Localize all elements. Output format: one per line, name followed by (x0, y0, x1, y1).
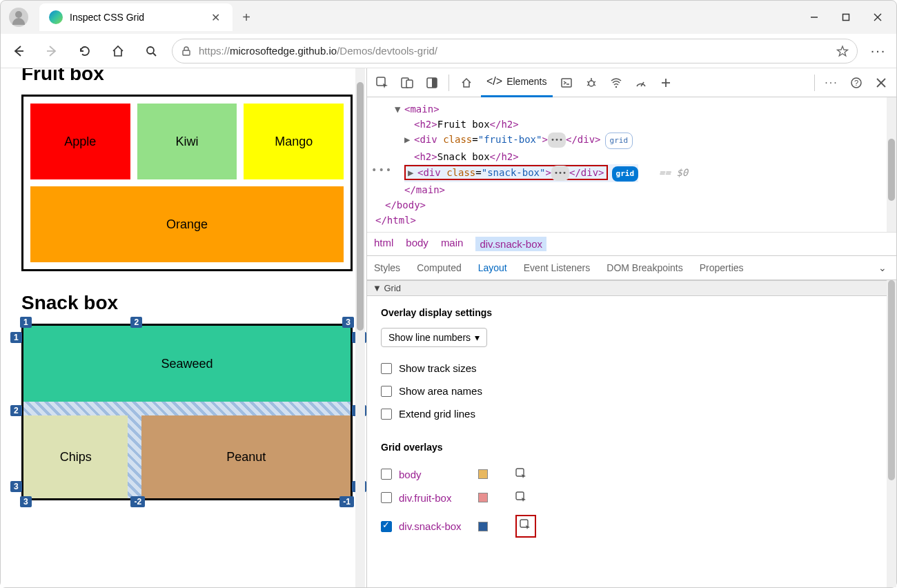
elements-tab[interactable]: </>Elements (481, 68, 553, 97)
subtab-layout[interactable]: Layout (478, 262, 507, 273)
snack-chips: Chips (23, 415, 128, 498)
gutter-dots-icon[interactable]: ••• (371, 162, 393, 177)
back-button[interactable] (6, 39, 31, 63)
dom-scrollbar[interactable] (887, 97, 896, 232)
favorite-icon[interactable] (836, 45, 849, 57)
grid-label: -2 (130, 496, 145, 507)
dom-breadcrumb[interactable]: html body main div.snack-box (367, 232, 896, 255)
minimize-button[interactable] (798, 3, 830, 31)
subtab-styles[interactable]: Styles (374, 262, 400, 273)
styles-subtabs: Styles Computed Layout Event Listeners D… (367, 255, 896, 280)
grid-badge-active[interactable]: grid (612, 166, 639, 182)
overlay-link-fruit[interactable]: div.fruit-box (399, 492, 471, 504)
reveal-icon[interactable] (515, 468, 528, 480)
performance-icon[interactable] (630, 72, 652, 94)
page-scrollbar[interactable] (355, 68, 365, 587)
overlay-checkbox-fruit[interactable] (381, 492, 392, 503)
overlay-checkbox-snack[interactable] (381, 521, 392, 532)
home-button[interactable] (106, 39, 130, 63)
fruit-heading: Fruit box (21, 68, 353, 85)
network-icon[interactable] (605, 72, 627, 94)
reveal-icon[interactable] (520, 519, 532, 531)
snack-seaweed: Seaweed (23, 326, 351, 402)
add-tab-icon[interactable] (655, 72, 677, 94)
crumb-selected[interactable]: div.snack-box (475, 237, 546, 251)
color-swatch-body[interactable] (478, 469, 488, 479)
reveal-icon[interactable] (515, 491, 528, 504)
crumb-main[interactable]: main (441, 237, 464, 251)
maximize-button[interactable] (830, 3, 862, 31)
page-content: Fruit box Apple Kiwi Mango Orange Snack … (1, 68, 366, 587)
svg-rect-11 (406, 80, 413, 88)
snack-peanut: Peanut (141, 415, 351, 498)
svg-rect-13 (432, 78, 437, 88)
new-tab-button[interactable]: + (233, 10, 260, 26)
color-swatch-snack[interactable] (478, 522, 488, 531)
snack-box-grid: Seaweed Chips Peanut (21, 324, 353, 500)
device-toggle-icon[interactable] (396, 72, 418, 94)
layout-panel: ▼ Grid Overlay display settings Show lin… (367, 280, 896, 587)
close-tab-icon[interactable]: ✕ (208, 8, 223, 27)
address-bar[interactable]: https://microsoftedge.github.io/Demos/de… (172, 39, 858, 63)
grid-label: 1 (10, 332, 22, 343)
profile-avatar[interactable] (9, 8, 28, 27)
checkbox-track-sizes[interactable] (381, 363, 392, 374)
search-button[interactable] (139, 39, 164, 63)
grid-label: 3 (10, 481, 22, 492)
grid-badge[interactable]: grid (605, 133, 633, 149)
menu-button[interactable]: ··· (866, 39, 891, 63)
checkbox-area-names[interactable] (381, 386, 392, 397)
svg-rect-8 (183, 50, 190, 55)
dom-tree[interactable]: ••• ▼<main> <h2>Fruit box</h2> ▶<div cla… (367, 97, 896, 232)
overlay-link-body[interactable]: body (399, 469, 471, 480)
chevron-down-icon[interactable]: ⌄ (878, 262, 887, 273)
reload-button[interactable] (72, 39, 97, 63)
svg-line-7 (153, 53, 156, 56)
welcome-tab[interactable] (455, 68, 478, 97)
devtools-panel: </>Elements ··· ? ••• ▼<main> <h2>Fruit … (366, 68, 896, 587)
svg-point-15 (589, 81, 594, 86)
subtab-eventlisteners[interactable]: Event Listeners (524, 262, 591, 273)
lock-icon (181, 46, 192, 57)
svg-text:?: ? (854, 79, 858, 87)
tab-title: Inspect CSS Grid (70, 12, 208, 23)
browser-titlebar: Inspect CSS Grid ✕ + (1, 1, 896, 34)
fruit-box-grid: Apple Kiwi Mango Orange (21, 95, 353, 271)
label-area-names: Show area names (399, 385, 482, 397)
close-devtools-icon[interactable] (870, 72, 892, 94)
forward-button[interactable] (39, 39, 64, 63)
edge-favicon (49, 10, 63, 24)
inspect-element-icon[interactable] (371, 72, 393, 94)
bug-icon[interactable] (580, 72, 602, 94)
grid-label: -1 (339, 496, 354, 507)
dock-icon[interactable] (421, 72, 443, 94)
console-icon[interactable] (555, 72, 578, 94)
grid-label: 1 (20, 317, 32, 328)
browser-tab[interactable]: Inspect CSS Grid ✕ (39, 3, 233, 31)
svg-rect-1 (843, 14, 849, 21)
fruit-mango: Mango (244, 104, 344, 179)
line-numbers-select[interactable]: Show line numbers ▾ (381, 328, 487, 347)
subtab-dombreakpoints[interactable]: DOM Breakpoints (607, 262, 682, 273)
overlay-checkbox-body[interactable] (381, 469, 392, 480)
subtab-computed[interactable]: Computed (417, 262, 462, 273)
grid-label: 3 (20, 496, 32, 507)
close-window-button[interactable] (862, 3, 894, 31)
svg-point-21 (615, 86, 616, 87)
layout-scrollbar[interactable] (887, 280, 896, 587)
overlay-link-snack[interactable]: div.snack-box (399, 520, 471, 532)
grid-section-header[interactable]: ▼ Grid (367, 280, 896, 296)
label-track-sizes: Show track sizes (399, 362, 477, 374)
checkbox-extend-lines[interactable] (381, 409, 392, 420)
overlay-settings-heading: Overlay display settings (381, 307, 883, 318)
subtab-properties[interactable]: Properties (700, 262, 744, 273)
grid-label: 2 (130, 317, 142, 328)
crumb-body[interactable]: body (406, 237, 428, 251)
fruit-kiwi: Kiwi (137, 104, 237, 179)
help-icon[interactable]: ? (845, 72, 867, 94)
grid-overlays-heading: Grid overlays (381, 442, 883, 453)
fruit-apple: Apple (30, 104, 130, 179)
more-tools-icon[interactable]: ··· (820, 72, 842, 94)
crumb-html[interactable]: html (374, 237, 393, 251)
color-swatch-fruit[interactable] (478, 493, 488, 502)
